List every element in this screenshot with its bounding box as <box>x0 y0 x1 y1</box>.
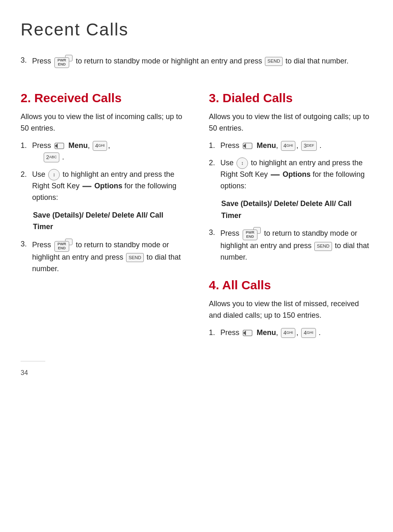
section3-desc: Allows you to view the list of outgoing … <box>209 111 372 134</box>
step-num: 3. <box>21 239 30 250</box>
right-column: 3. Dialed Calls Allows you to view the l… <box>205 76 372 345</box>
section2-step1: 1. Press Menu, 4 GHI, 2 ABC . <box>21 140 184 163</box>
pwr-end-icon: PWREND <box>54 55 73 68</box>
step-content: Press PWREND to return to standby mode o… <box>32 55 372 68</box>
page-divider <box>21 361 45 361</box>
step-num: 1. <box>21 140 30 152</box>
step-content: Use ↕ to highlight an entry and press th… <box>220 157 372 192</box>
section2-heading: 2. Received Calls <box>21 89 184 107</box>
press-label: Press <box>32 57 53 65</box>
left-column: 2. Received Calls Allows you to view the… <box>21 76 188 345</box>
soft-left-icon <box>242 141 254 150</box>
section2-desc: Allows you to view the list of incoming … <box>21 111 184 134</box>
section2-step3: 3. Press PWREND to return to standby mod… <box>21 239 184 275</box>
key3-icon: 3 DEF <box>301 141 316 151</box>
step3-text2: to dial that number. <box>285 57 349 65</box>
pwr-end-icon: PWREND <box>54 239 73 252</box>
section4-step1: 1. Press Menu, 4 GHI, 4 GHI . <box>209 327 372 339</box>
step-content: Press Menu, 4 GHI, 2 ABC . <box>32 140 184 163</box>
soft-left-icon <box>54 141 66 150</box>
step-content: Press PWREND to return to standby mode o… <box>220 227 372 263</box>
intro-step3: 3. Press PWREND to return to standby mod… <box>21 55 372 68</box>
section4-desc: Allows you to view the list of missed, r… <box>209 298 372 321</box>
section4-heading: 4. All Calls <box>209 276 372 294</box>
step3-text: to return to standby mode or highlight a… <box>76 57 264 65</box>
key4b-icon: 4 GHI <box>301 328 316 338</box>
section3-heading: 3. Dialed Calls <box>209 89 372 107</box>
send-icon: SEND <box>314 242 332 251</box>
send-icon: SEND <box>265 57 283 66</box>
section3-options: Save (Details)/ Delete/ Delete All/ Call… <box>221 198 372 222</box>
key4a-icon: 4 GHI <box>281 328 295 338</box>
step-num: 1. <box>209 140 219 152</box>
nav-icon: ↕ <box>48 169 60 180</box>
section3-step2: 2. Use ↕ to highlight an entry and press… <box>209 157 372 192</box>
nav-icon: ↕ <box>236 157 248 169</box>
step-content: Use ↕ to highlight an entry and press th… <box>32 169 184 204</box>
section3-step3: 3. Press PWREND to return to standby mod… <box>209 227 372 263</box>
step-content: Press Menu, 4 GHI, 4 GHI . <box>220 327 372 339</box>
right-soft-dash-icon <box>82 186 91 187</box>
step-num: 3. <box>21 55 30 66</box>
key2-icon: 2 ABC <box>44 152 59 162</box>
soft-left-icon <box>242 328 254 337</box>
section2-options: Save (Details)/ Delete/ Delete All/ Call… <box>33 209 184 233</box>
section3-step1: 1. Press Menu, 4 GHI, 3 DEF . <box>209 140 372 152</box>
step-num: 3. <box>209 227 219 239</box>
page-title: Recent Calls <box>21 16 372 42</box>
step-num: 1. <box>209 327 219 339</box>
right-soft-dash-icon <box>271 174 280 176</box>
page-number: 34 <box>21 368 372 378</box>
step-num: 2. <box>209 157 219 169</box>
section2-step2: 2. Use ↕ to highlight an entry and press… <box>21 169 184 204</box>
page-layout: 2. Received Calls Allows you to view the… <box>21 76 372 345</box>
step-num: 2. <box>21 169 30 180</box>
pwr-end-icon: PWREND <box>243 227 261 240</box>
key4-icon: 4 GHI <box>93 141 107 151</box>
step-content: Press PWREND to return to standby mode o… <box>32 239 184 275</box>
key4-icon: 4 GHI <box>281 141 295 151</box>
step-content: Press Menu, 4 GHI, 3 DEF . <box>220 140 372 152</box>
send-icon: SEND <box>126 253 144 262</box>
